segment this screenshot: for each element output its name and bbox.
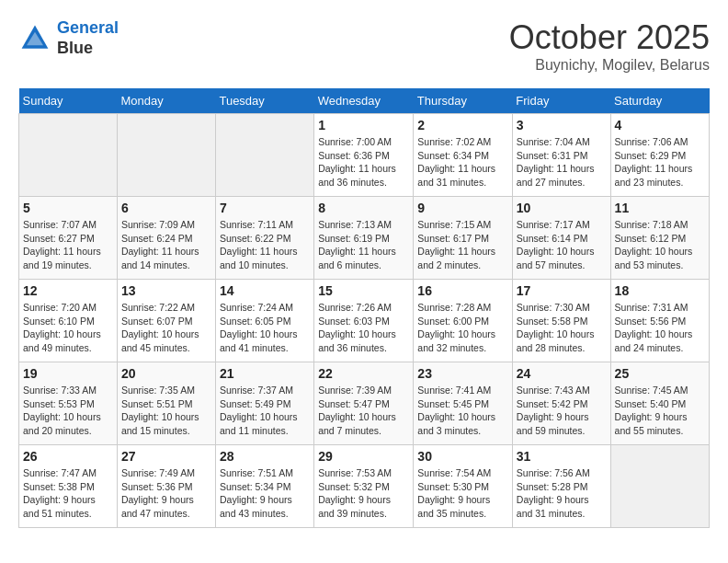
day-number: 19 xyxy=(23,366,113,381)
day-info: Sunrise: 7:18 AM Sunset: 6:12 PM Dayligh… xyxy=(615,218,705,272)
day-cell: 21Sunrise: 7:37 AM Sunset: 5:49 PM Dayli… xyxy=(215,362,313,445)
day-number: 17 xyxy=(517,283,607,298)
day-number: 13 xyxy=(121,283,211,298)
day-cell xyxy=(215,114,313,197)
day-number: 23 xyxy=(417,366,507,381)
day-info: Sunrise: 7:06 AM Sunset: 6:29 PM Dayligh… xyxy=(615,135,705,190)
day-number: 20 xyxy=(121,366,211,381)
day-cell: 3Sunrise: 7:04 AM Sunset: 6:31 PM Daylig… xyxy=(512,114,610,197)
day-number: 24 xyxy=(517,366,607,381)
weekday-header-thursday: Thursday xyxy=(414,88,512,114)
weekday-header-monday: Monday xyxy=(117,88,215,114)
day-number: 26 xyxy=(23,449,113,464)
day-info: Sunrise: 7:07 AM Sunset: 6:27 PM Dayligh… xyxy=(23,218,113,272)
day-number: 18 xyxy=(615,283,705,298)
day-cell: 7Sunrise: 7:11 AM Sunset: 6:22 PM Daylig… xyxy=(215,197,313,280)
day-cell: 14Sunrise: 7:24 AM Sunset: 6:05 PM Dayli… xyxy=(215,280,313,362)
weekday-header-row: SundayMondayTuesdayWednesdayThursdayFrid… xyxy=(19,88,710,114)
calendar-table: SundayMondayTuesdayWednesdayThursdayFrid… xyxy=(18,88,710,528)
day-info: Sunrise: 7:26 AM Sunset: 6:03 PM Dayligh… xyxy=(318,301,409,355)
day-info: Sunrise: 7:30 AM Sunset: 5:58 PM Dayligh… xyxy=(517,301,607,355)
day-number: 22 xyxy=(318,366,409,381)
day-info: Sunrise: 7:09 AM Sunset: 6:24 PM Dayligh… xyxy=(121,218,211,272)
day-cell: 2Sunrise: 7:02 AM Sunset: 6:34 PM Daylig… xyxy=(414,114,512,197)
day-info: Sunrise: 7:00 AM Sunset: 6:36 PM Dayligh… xyxy=(318,135,409,190)
day-cell: 18Sunrise: 7:31 AM Sunset: 5:56 PM Dayli… xyxy=(610,280,709,362)
day-info: Sunrise: 7:13 AM Sunset: 6:19 PM Dayligh… xyxy=(318,218,409,272)
day-cell: 4Sunrise: 7:06 AM Sunset: 6:29 PM Daylig… xyxy=(610,114,709,197)
week-row-1: 1Sunrise: 7:00 AM Sunset: 6:36 PM Daylig… xyxy=(19,114,710,197)
day-info: Sunrise: 7:28 AM Sunset: 6:00 PM Dayligh… xyxy=(417,301,507,355)
week-row-5: 26Sunrise: 7:47 AM Sunset: 5:38 PM Dayli… xyxy=(19,445,710,528)
day-info: Sunrise: 7:33 AM Sunset: 5:53 PM Dayligh… xyxy=(23,384,113,438)
weekday-header-saturday: Saturday xyxy=(610,88,709,114)
day-info: Sunrise: 7:37 AM Sunset: 5:49 PM Dayligh… xyxy=(220,384,310,438)
logo-line2: Blue xyxy=(57,39,119,59)
day-number: 3 xyxy=(517,118,607,132)
day-cell: 31Sunrise: 7:56 AM Sunset: 5:28 PM Dayli… xyxy=(512,445,610,528)
day-info: Sunrise: 7:17 AM Sunset: 6:14 PM Dayligh… xyxy=(517,218,607,272)
day-number: 27 xyxy=(121,449,211,464)
weekday-header-tuesday: Tuesday xyxy=(215,88,313,114)
day-cell: 17Sunrise: 7:30 AM Sunset: 5:58 PM Dayli… xyxy=(512,280,610,362)
logo-line1: General xyxy=(57,18,119,37)
day-number: 21 xyxy=(220,366,310,381)
logo-text: General Blue xyxy=(57,18,119,58)
day-cell: 28Sunrise: 7:51 AM Sunset: 5:34 PM Dayli… xyxy=(215,445,313,528)
location-subtitle: Buynichy, Mogilev, Belarus xyxy=(509,57,710,74)
page-header: General Blue October 2025 Buynichy, Mogi… xyxy=(18,18,710,74)
day-number: 5 xyxy=(23,201,113,215)
day-cell: 29Sunrise: 7:53 AM Sunset: 5:32 PM Dayli… xyxy=(314,445,414,528)
day-info: Sunrise: 7:04 AM Sunset: 6:31 PM Dayligh… xyxy=(517,135,607,190)
day-number: 9 xyxy=(417,201,507,215)
day-cell: 8Sunrise: 7:13 AM Sunset: 6:19 PM Daylig… xyxy=(314,197,414,280)
logo: General Blue xyxy=(18,18,119,58)
day-info: Sunrise: 7:54 AM Sunset: 5:30 PM Dayligh… xyxy=(417,466,507,521)
day-cell: 6Sunrise: 7:09 AM Sunset: 6:24 PM Daylig… xyxy=(117,197,215,280)
day-info: Sunrise: 7:45 AM Sunset: 5:40 PM Dayligh… xyxy=(615,384,705,438)
day-info: Sunrise: 7:22 AM Sunset: 6:07 PM Dayligh… xyxy=(121,301,211,355)
day-info: Sunrise: 7:20 AM Sunset: 6:10 PM Dayligh… xyxy=(23,301,113,355)
day-cell: 30Sunrise: 7:54 AM Sunset: 5:30 PM Dayli… xyxy=(414,445,512,528)
day-number: 6 xyxy=(121,201,211,215)
day-cell: 15Sunrise: 7:26 AM Sunset: 6:03 PM Dayli… xyxy=(314,280,414,362)
day-info: Sunrise: 7:53 AM Sunset: 5:32 PM Dayligh… xyxy=(318,466,409,521)
weekday-header-sunday: Sunday xyxy=(19,88,118,114)
day-info: Sunrise: 7:51 AM Sunset: 5:34 PM Dayligh… xyxy=(220,466,310,521)
day-cell: 9Sunrise: 7:15 AM Sunset: 6:17 PM Daylig… xyxy=(414,197,512,280)
day-info: Sunrise: 7:31 AM Sunset: 5:56 PM Dayligh… xyxy=(615,301,705,355)
month-title: October 2025 xyxy=(509,18,710,57)
day-number: 7 xyxy=(220,201,310,215)
title-block: October 2025 Buynichy, Mogilev, Belarus xyxy=(509,18,710,74)
day-cell xyxy=(19,114,118,197)
day-cell: 24Sunrise: 7:43 AM Sunset: 5:42 PM Dayli… xyxy=(512,362,610,445)
logo-icon xyxy=(18,22,51,55)
day-info: Sunrise: 7:35 AM Sunset: 5:51 PM Dayligh… xyxy=(121,384,211,438)
day-number: 25 xyxy=(615,366,705,381)
day-cell: 20Sunrise: 7:35 AM Sunset: 5:51 PM Dayli… xyxy=(117,362,215,445)
day-info: Sunrise: 7:43 AM Sunset: 5:42 PM Dayligh… xyxy=(517,384,607,438)
day-cell: 13Sunrise: 7:22 AM Sunset: 6:07 PM Dayli… xyxy=(117,280,215,362)
day-info: Sunrise: 7:39 AM Sunset: 5:47 PM Dayligh… xyxy=(318,384,409,438)
day-cell: 27Sunrise: 7:49 AM Sunset: 5:36 PM Dayli… xyxy=(117,445,215,528)
week-row-4: 19Sunrise: 7:33 AM Sunset: 5:53 PM Dayli… xyxy=(19,362,710,445)
day-info: Sunrise: 7:49 AM Sunset: 5:36 PM Dayligh… xyxy=(121,466,211,521)
day-cell: 11Sunrise: 7:18 AM Sunset: 6:12 PM Dayli… xyxy=(610,197,709,280)
day-cell: 1Sunrise: 7:00 AM Sunset: 6:36 PM Daylig… xyxy=(314,114,414,197)
day-cell xyxy=(117,114,215,197)
day-info: Sunrise: 7:15 AM Sunset: 6:17 PM Dayligh… xyxy=(417,218,507,272)
weekday-header-friday: Friday xyxy=(512,88,610,114)
day-info: Sunrise: 7:24 AM Sunset: 6:05 PM Dayligh… xyxy=(220,301,310,355)
day-cell: 5Sunrise: 7:07 AM Sunset: 6:27 PM Daylig… xyxy=(19,197,118,280)
day-number: 8 xyxy=(318,201,409,215)
day-cell: 16Sunrise: 7:28 AM Sunset: 6:00 PM Dayli… xyxy=(414,280,512,362)
day-cell: 25Sunrise: 7:45 AM Sunset: 5:40 PM Dayli… xyxy=(610,362,709,445)
day-number: 10 xyxy=(517,201,607,215)
day-info: Sunrise: 7:02 AM Sunset: 6:34 PM Dayligh… xyxy=(417,135,507,190)
day-number: 30 xyxy=(417,449,507,464)
day-info: Sunrise: 7:47 AM Sunset: 5:38 PM Dayligh… xyxy=(23,466,113,521)
day-number: 16 xyxy=(417,283,507,298)
day-number: 14 xyxy=(220,283,310,298)
day-info: Sunrise: 7:41 AM Sunset: 5:45 PM Dayligh… xyxy=(417,384,507,438)
day-cell: 12Sunrise: 7:20 AM Sunset: 6:10 PM Dayli… xyxy=(19,280,118,362)
